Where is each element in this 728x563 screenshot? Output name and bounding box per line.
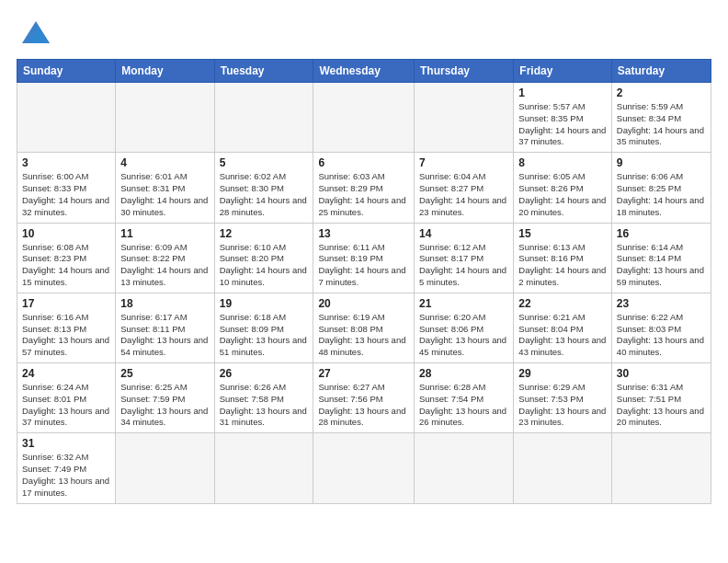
calendar-cell — [415, 433, 514, 503]
day-info: Sunrise: 6:01 AM Sunset: 8:31 PM Dayligh… — [120, 171, 209, 218]
day-number: 18 — [120, 297, 209, 310]
day-info: Sunrise: 6:31 AM Sunset: 7:51 PM Dayligh… — [617, 382, 706, 429]
calendar-cell: 17Sunrise: 6:16 AM Sunset: 8:13 PM Dayli… — [17, 293, 116, 362]
day-number: 22 — [518, 297, 607, 310]
day-info: Sunrise: 6:18 AM Sunset: 8:09 PM Dayligh… — [220, 312, 309, 359]
calendar-week-row: 24Sunrise: 6:24 AM Sunset: 8:01 PM Dayli… — [17, 363, 711, 433]
day-info: Sunrise: 6:00 AM Sunset: 8:33 PM Dayligh… — [22, 171, 110, 218]
calendar-cell: 24Sunrise: 6:24 AM Sunset: 8:01 PM Dayli… — [17, 363, 116, 433]
day-number: 30 — [617, 367, 706, 380]
day-number: 12 — [220, 227, 309, 240]
weekday-header-thursday: Thursday — [415, 60, 514, 83]
day-number: 13 — [318, 227, 409, 240]
day-info: Sunrise: 6:22 AM Sunset: 8:03 PM Dayligh… — [617, 312, 706, 359]
header — [17, 15, 711, 53]
calendar-cell: 20Sunrise: 6:19 AM Sunset: 8:08 PM Dayli… — [313, 293, 415, 362]
day-number: 26 — [220, 367, 309, 380]
weekday-header-wednesday: Wednesday — [313, 60, 415, 83]
day-info: Sunrise: 6:16 AM Sunset: 8:13 PM Dayligh… — [22, 312, 110, 359]
calendar-week-row: 31Sunrise: 6:32 AM Sunset: 7:49 PM Dayli… — [17, 433, 711, 503]
day-number: 15 — [518, 227, 607, 240]
day-number: 17 — [22, 297, 110, 310]
day-number: 31 — [22, 437, 110, 450]
calendar-week-row: 3Sunrise: 6:00 AM Sunset: 8:33 PM Daylig… — [17, 153, 711, 223]
calendar-cell: 2Sunrise: 5:59 AM Sunset: 8:34 PM Daylig… — [611, 83, 711, 153]
day-info: Sunrise: 6:04 AM Sunset: 8:27 PM Dayligh… — [419, 171, 508, 218]
calendar-cell — [116, 83, 214, 153]
calendar-cell: 28Sunrise: 6:28 AM Sunset: 7:54 PM Dayli… — [415, 363, 514, 433]
calendar-week-row: 10Sunrise: 6:08 AM Sunset: 8:23 PM Dayli… — [17, 223, 711, 293]
calendar-cell: 25Sunrise: 6:25 AM Sunset: 7:59 PM Dayli… — [116, 363, 214, 433]
day-number: 21 — [419, 297, 508, 310]
calendar-cell: 15Sunrise: 6:13 AM Sunset: 8:16 PM Dayli… — [514, 223, 612, 293]
day-number: 25 — [120, 367, 209, 380]
calendar-cell: 8Sunrise: 6:05 AM Sunset: 8:26 PM Daylig… — [514, 153, 612, 223]
weekday-header-monday: Monday — [116, 60, 214, 83]
day-info: Sunrise: 6:28 AM Sunset: 7:54 PM Dayligh… — [419, 382, 508, 429]
day-number: 16 — [617, 227, 706, 240]
calendar-cell: 1Sunrise: 5:57 AM Sunset: 8:35 PM Daylig… — [514, 83, 612, 153]
day-number: 29 — [518, 367, 607, 380]
calendar-cell — [313, 433, 415, 503]
calendar-cell: 14Sunrise: 6:12 AM Sunset: 8:17 PM Dayli… — [415, 223, 514, 293]
calendar-week-row: 1Sunrise: 5:57 AM Sunset: 8:35 PM Daylig… — [17, 83, 711, 153]
page: SundayMondayTuesdayWednesdayThursdayFrid… — [0, 0, 728, 563]
day-number: 20 — [318, 297, 409, 310]
logo — [17, 15, 53, 53]
calendar-cell: 5Sunrise: 6:02 AM Sunset: 8:30 PM Daylig… — [214, 153, 313, 223]
day-info: Sunrise: 6:10 AM Sunset: 8:20 PM Dayligh… — [220, 242, 309, 289]
day-number: 1 — [518, 86, 607, 99]
day-info: Sunrise: 6:02 AM Sunset: 8:30 PM Dayligh… — [220, 171, 309, 218]
day-number: 11 — [120, 227, 209, 240]
day-number: 10 — [22, 227, 110, 240]
calendar-cell: 10Sunrise: 6:08 AM Sunset: 8:23 PM Dayli… — [17, 223, 116, 293]
calendar-cell: 9Sunrise: 6:06 AM Sunset: 8:25 PM Daylig… — [611, 153, 711, 223]
day-info: Sunrise: 6:17 AM Sunset: 8:11 PM Dayligh… — [120, 312, 209, 359]
day-number: 6 — [318, 156, 409, 169]
day-info: Sunrise: 6:06 AM Sunset: 8:25 PM Dayligh… — [617, 171, 706, 218]
calendar-cell — [17, 83, 116, 153]
calendar: SundayMondayTuesdayWednesdayThursdayFrid… — [17, 59, 711, 504]
day-number: 27 — [318, 367, 409, 380]
day-info: Sunrise: 6:26 AM Sunset: 7:58 PM Dayligh… — [220, 382, 309, 429]
calendar-cell — [313, 83, 415, 153]
weekday-header-sunday: Sunday — [17, 60, 116, 83]
weekday-header-row: SundayMondayTuesdayWednesdayThursdayFrid… — [17, 60, 711, 83]
day-number: 4 — [120, 156, 209, 169]
day-info: Sunrise: 6:19 AM Sunset: 8:08 PM Dayligh… — [318, 312, 409, 359]
day-info: Sunrise: 6:27 AM Sunset: 7:56 PM Dayligh… — [318, 382, 409, 429]
calendar-cell: 22Sunrise: 6:21 AM Sunset: 8:04 PM Dayli… — [514, 293, 612, 362]
calendar-cell: 30Sunrise: 6:31 AM Sunset: 7:51 PM Dayli… — [611, 363, 711, 433]
day-info: Sunrise: 6:11 AM Sunset: 8:19 PM Dayligh… — [318, 242, 409, 289]
day-info: Sunrise: 6:29 AM Sunset: 7:53 PM Dayligh… — [518, 382, 607, 429]
calendar-cell: 13Sunrise: 6:11 AM Sunset: 8:19 PM Dayli… — [313, 223, 415, 293]
day-info: Sunrise: 6:09 AM Sunset: 8:22 PM Dayligh… — [120, 242, 209, 289]
calendar-cell: 19Sunrise: 6:18 AM Sunset: 8:09 PM Dayli… — [214, 293, 313, 362]
calendar-week-row: 17Sunrise: 6:16 AM Sunset: 8:13 PM Dayli… — [17, 293, 711, 362]
day-info: Sunrise: 6:21 AM Sunset: 8:04 PM Dayligh… — [518, 312, 607, 359]
calendar-cell: 12Sunrise: 6:10 AM Sunset: 8:20 PM Dayli… — [214, 223, 313, 293]
day-number: 7 — [419, 156, 508, 169]
day-info: Sunrise: 6:32 AM Sunset: 7:49 PM Dayligh… — [22, 452, 110, 499]
day-info: Sunrise: 6:03 AM Sunset: 8:29 PM Dayligh… — [318, 171, 409, 218]
calendar-cell: 4Sunrise: 6:01 AM Sunset: 8:31 PM Daylig… — [116, 153, 214, 223]
day-number: 3 — [22, 156, 110, 169]
calendar-cell: 3Sunrise: 6:00 AM Sunset: 8:33 PM Daylig… — [17, 153, 116, 223]
calendar-cell: 21Sunrise: 6:20 AM Sunset: 8:06 PM Dayli… — [415, 293, 514, 362]
calendar-cell — [214, 433, 313, 503]
day-number: 23 — [617, 297, 706, 310]
calendar-cell — [415, 83, 514, 153]
calendar-cell: 27Sunrise: 6:27 AM Sunset: 7:56 PM Dayli… — [313, 363, 415, 433]
day-info: Sunrise: 6:08 AM Sunset: 8:23 PM Dayligh… — [22, 242, 110, 289]
day-info: Sunrise: 6:14 AM Sunset: 8:14 PM Dayligh… — [617, 242, 706, 289]
weekday-header-tuesday: Tuesday — [214, 60, 313, 83]
calendar-cell: 18Sunrise: 6:17 AM Sunset: 8:11 PM Dayli… — [116, 293, 214, 362]
day-info: Sunrise: 6:13 AM Sunset: 8:16 PM Dayligh… — [518, 242, 607, 289]
day-number: 5 — [220, 156, 309, 169]
calendar-cell: 26Sunrise: 6:26 AM Sunset: 7:58 PM Dayli… — [214, 363, 313, 433]
calendar-cell: 11Sunrise: 6:09 AM Sunset: 8:22 PM Dayli… — [116, 223, 214, 293]
calendar-cell: 23Sunrise: 6:22 AM Sunset: 8:03 PM Dayli… — [611, 293, 711, 362]
day-number: 19 — [220, 297, 309, 310]
calendar-cell — [611, 433, 711, 503]
day-number: 14 — [419, 227, 508, 240]
